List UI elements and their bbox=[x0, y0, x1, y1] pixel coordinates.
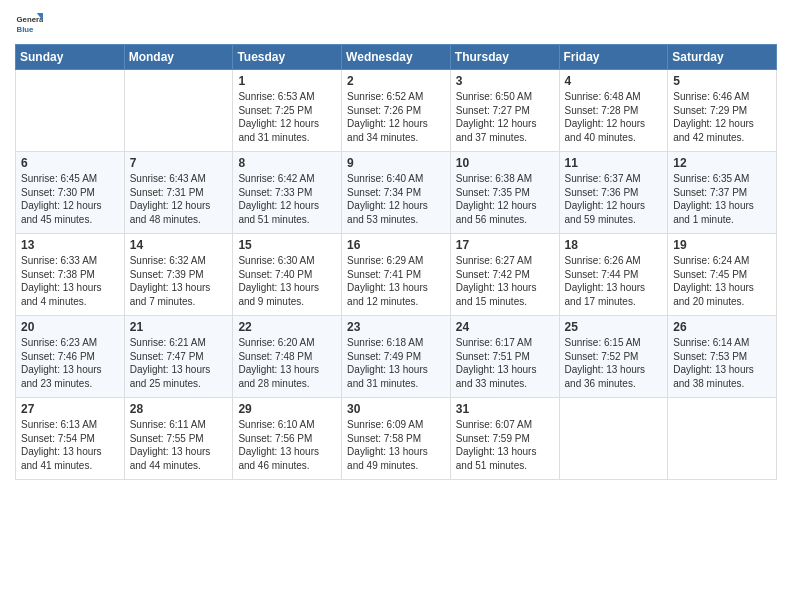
weekday-header-row: SundayMondayTuesdayWednesdayThursdayFrid… bbox=[16, 45, 777, 70]
day-number: 5 bbox=[673, 74, 771, 88]
day-number: 11 bbox=[565, 156, 663, 170]
day-number: 22 bbox=[238, 320, 336, 334]
calendar-cell: 19Sunrise: 6:24 AM Sunset: 7:45 PM Dayli… bbox=[668, 234, 777, 316]
day-info: Sunrise: 6:09 AM Sunset: 7:58 PM Dayligh… bbox=[347, 418, 445, 472]
day-info: Sunrise: 6:29 AM Sunset: 7:41 PM Dayligh… bbox=[347, 254, 445, 308]
day-info: Sunrise: 6:20 AM Sunset: 7:48 PM Dayligh… bbox=[238, 336, 336, 390]
calendar-cell: 22Sunrise: 6:20 AM Sunset: 7:48 PM Dayli… bbox=[233, 316, 342, 398]
day-number: 29 bbox=[238, 402, 336, 416]
weekday-header-tuesday: Tuesday bbox=[233, 45, 342, 70]
day-number: 21 bbox=[130, 320, 228, 334]
day-number: 14 bbox=[130, 238, 228, 252]
day-info: Sunrise: 6:14 AM Sunset: 7:53 PM Dayligh… bbox=[673, 336, 771, 390]
calendar-cell: 26Sunrise: 6:14 AM Sunset: 7:53 PM Dayli… bbox=[668, 316, 777, 398]
day-info: Sunrise: 6:26 AM Sunset: 7:44 PM Dayligh… bbox=[565, 254, 663, 308]
day-number: 15 bbox=[238, 238, 336, 252]
calendar-cell: 1Sunrise: 6:53 AM Sunset: 7:25 PM Daylig… bbox=[233, 70, 342, 152]
weekday-header-friday: Friday bbox=[559, 45, 668, 70]
calendar-cell: 15Sunrise: 6:30 AM Sunset: 7:40 PM Dayli… bbox=[233, 234, 342, 316]
day-info: Sunrise: 6:33 AM Sunset: 7:38 PM Dayligh… bbox=[21, 254, 119, 308]
day-info: Sunrise: 6:11 AM Sunset: 7:55 PM Dayligh… bbox=[130, 418, 228, 472]
calendar-table: SundayMondayTuesdayWednesdayThursdayFrid… bbox=[15, 44, 777, 480]
calendar-cell: 13Sunrise: 6:33 AM Sunset: 7:38 PM Dayli… bbox=[16, 234, 125, 316]
day-number: 25 bbox=[565, 320, 663, 334]
day-number: 9 bbox=[347, 156, 445, 170]
day-number: 7 bbox=[130, 156, 228, 170]
logo: General Blue bbox=[15, 10, 43, 38]
day-info: Sunrise: 6:50 AM Sunset: 7:27 PM Dayligh… bbox=[456, 90, 554, 144]
header: General Blue bbox=[15, 10, 777, 38]
calendar-cell: 10Sunrise: 6:38 AM Sunset: 7:35 PM Dayli… bbox=[450, 152, 559, 234]
calendar-cell: 4Sunrise: 6:48 AM Sunset: 7:28 PM Daylig… bbox=[559, 70, 668, 152]
calendar-cell: 30Sunrise: 6:09 AM Sunset: 7:58 PM Dayli… bbox=[342, 398, 451, 480]
calendar-cell: 14Sunrise: 6:32 AM Sunset: 7:39 PM Dayli… bbox=[124, 234, 233, 316]
day-info: Sunrise: 6:13 AM Sunset: 7:54 PM Dayligh… bbox=[21, 418, 119, 472]
day-number: 8 bbox=[238, 156, 336, 170]
day-number: 20 bbox=[21, 320, 119, 334]
day-info: Sunrise: 6:37 AM Sunset: 7:36 PM Dayligh… bbox=[565, 172, 663, 226]
weekday-header-wednesday: Wednesday bbox=[342, 45, 451, 70]
day-number: 19 bbox=[673, 238, 771, 252]
week-row-5: 27Sunrise: 6:13 AM Sunset: 7:54 PM Dayli… bbox=[16, 398, 777, 480]
calendar-cell: 18Sunrise: 6:26 AM Sunset: 7:44 PM Dayli… bbox=[559, 234, 668, 316]
weekday-header-saturday: Saturday bbox=[668, 45, 777, 70]
calendar-cell: 8Sunrise: 6:42 AM Sunset: 7:33 PM Daylig… bbox=[233, 152, 342, 234]
day-number: 4 bbox=[565, 74, 663, 88]
day-number: 27 bbox=[21, 402, 119, 416]
weekday-header-sunday: Sunday bbox=[16, 45, 125, 70]
day-number: 13 bbox=[21, 238, 119, 252]
calendar-cell: 24Sunrise: 6:17 AM Sunset: 7:51 PM Dayli… bbox=[450, 316, 559, 398]
weekday-header-thursday: Thursday bbox=[450, 45, 559, 70]
day-info: Sunrise: 6:07 AM Sunset: 7:59 PM Dayligh… bbox=[456, 418, 554, 472]
week-row-3: 13Sunrise: 6:33 AM Sunset: 7:38 PM Dayli… bbox=[16, 234, 777, 316]
day-info: Sunrise: 6:35 AM Sunset: 7:37 PM Dayligh… bbox=[673, 172, 771, 226]
week-row-1: 1Sunrise: 6:53 AM Sunset: 7:25 PM Daylig… bbox=[16, 70, 777, 152]
day-number: 28 bbox=[130, 402, 228, 416]
calendar-cell: 12Sunrise: 6:35 AM Sunset: 7:37 PM Dayli… bbox=[668, 152, 777, 234]
day-info: Sunrise: 6:10 AM Sunset: 7:56 PM Dayligh… bbox=[238, 418, 336, 472]
day-info: Sunrise: 6:38 AM Sunset: 7:35 PM Dayligh… bbox=[456, 172, 554, 226]
calendar-cell: 16Sunrise: 6:29 AM Sunset: 7:41 PM Dayli… bbox=[342, 234, 451, 316]
day-number: 1 bbox=[238, 74, 336, 88]
calendar-cell: 28Sunrise: 6:11 AM Sunset: 7:55 PM Dayli… bbox=[124, 398, 233, 480]
day-number: 18 bbox=[565, 238, 663, 252]
day-number: 16 bbox=[347, 238, 445, 252]
day-info: Sunrise: 6:42 AM Sunset: 7:33 PM Dayligh… bbox=[238, 172, 336, 226]
day-info: Sunrise: 6:52 AM Sunset: 7:26 PM Dayligh… bbox=[347, 90, 445, 144]
calendar-cell: 23Sunrise: 6:18 AM Sunset: 7:49 PM Dayli… bbox=[342, 316, 451, 398]
day-number: 2 bbox=[347, 74, 445, 88]
day-info: Sunrise: 6:27 AM Sunset: 7:42 PM Dayligh… bbox=[456, 254, 554, 308]
calendar-cell: 2Sunrise: 6:52 AM Sunset: 7:26 PM Daylig… bbox=[342, 70, 451, 152]
day-info: Sunrise: 6:32 AM Sunset: 7:39 PM Dayligh… bbox=[130, 254, 228, 308]
day-number: 17 bbox=[456, 238, 554, 252]
day-number: 23 bbox=[347, 320, 445, 334]
day-info: Sunrise: 6:18 AM Sunset: 7:49 PM Dayligh… bbox=[347, 336, 445, 390]
day-number: 12 bbox=[673, 156, 771, 170]
day-number: 3 bbox=[456, 74, 554, 88]
day-info: Sunrise: 6:48 AM Sunset: 7:28 PM Dayligh… bbox=[565, 90, 663, 144]
calendar-cell bbox=[16, 70, 125, 152]
calendar-cell: 27Sunrise: 6:13 AM Sunset: 7:54 PM Dayli… bbox=[16, 398, 125, 480]
day-info: Sunrise: 6:15 AM Sunset: 7:52 PM Dayligh… bbox=[565, 336, 663, 390]
day-number: 30 bbox=[347, 402, 445, 416]
logo-icon: General Blue bbox=[15, 10, 43, 38]
day-number: 31 bbox=[456, 402, 554, 416]
calendar-cell: 17Sunrise: 6:27 AM Sunset: 7:42 PM Dayli… bbox=[450, 234, 559, 316]
day-number: 26 bbox=[673, 320, 771, 334]
day-info: Sunrise: 6:53 AM Sunset: 7:25 PM Dayligh… bbox=[238, 90, 336, 144]
calendar-cell: 5Sunrise: 6:46 AM Sunset: 7:29 PM Daylig… bbox=[668, 70, 777, 152]
day-info: Sunrise: 6:45 AM Sunset: 7:30 PM Dayligh… bbox=[21, 172, 119, 226]
week-row-4: 20Sunrise: 6:23 AM Sunset: 7:46 PM Dayli… bbox=[16, 316, 777, 398]
calendar-cell: 21Sunrise: 6:21 AM Sunset: 7:47 PM Dayli… bbox=[124, 316, 233, 398]
calendar-cell: 3Sunrise: 6:50 AM Sunset: 7:27 PM Daylig… bbox=[450, 70, 559, 152]
calendar-cell: 9Sunrise: 6:40 AM Sunset: 7:34 PM Daylig… bbox=[342, 152, 451, 234]
weekday-header-monday: Monday bbox=[124, 45, 233, 70]
day-info: Sunrise: 6:30 AM Sunset: 7:40 PM Dayligh… bbox=[238, 254, 336, 308]
calendar-cell bbox=[124, 70, 233, 152]
calendar-cell: 20Sunrise: 6:23 AM Sunset: 7:46 PM Dayli… bbox=[16, 316, 125, 398]
day-number: 10 bbox=[456, 156, 554, 170]
calendar-cell: 31Sunrise: 6:07 AM Sunset: 7:59 PM Dayli… bbox=[450, 398, 559, 480]
day-number: 6 bbox=[21, 156, 119, 170]
calendar-cell bbox=[668, 398, 777, 480]
calendar-cell: 7Sunrise: 6:43 AM Sunset: 7:31 PM Daylig… bbox=[124, 152, 233, 234]
